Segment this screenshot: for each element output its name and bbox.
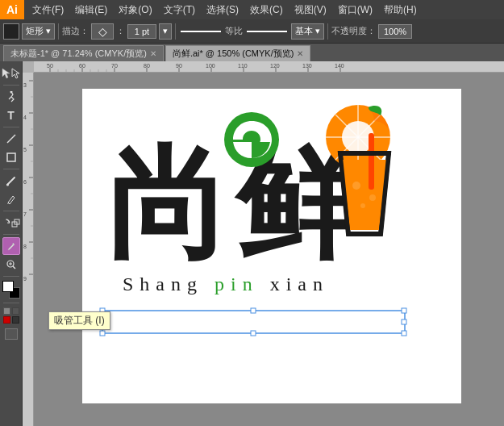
mode-icon-4[interactable]: [12, 316, 19, 324]
menu-select[interactable]: 选择(S): [202, 2, 244, 19]
tooltip-text: 吸管工具 (I): [54, 315, 105, 326]
sep3: [327, 23, 328, 40]
menu-view[interactable]: 视图(V): [289, 2, 331, 19]
shape-tool[interactable]: [2, 148, 20, 166]
svg-text:7: 7: [23, 211, 27, 217]
toolbar: 矩形 ▾ 描边： ◇ ： ▾ 等比 基本 ▾ 不透明度：: [0, 19, 504, 44]
shape-selector-group: 矩形 ▾: [3, 23, 55, 40]
mode-icon-1[interactable]: [3, 307, 10, 315]
svg-rect-11: [34, 61, 504, 73]
mode-row2: [3, 316, 19, 324]
pen-tool[interactable]: [2, 88, 20, 106]
tab-shangxian-close[interactable]: ✕: [297, 49, 303, 58]
svg-text:9: 9: [23, 276, 27, 282]
svg-text:120: 120: [270, 63, 280, 69]
color-swatches[interactable]: [2, 281, 20, 299]
tool-sep3: [3, 169, 19, 169]
svg-text:Shang pin xian: Shang pin xian: [123, 274, 329, 294]
menu-items: 文件(F) 编辑(E) 对象(O) 文字(T) 选择(S) 效果(C) 视图(V…: [24, 2, 425, 19]
menu-effect[interactable]: 效果(C): [245, 2, 288, 19]
svg-text:70: 70: [111, 63, 118, 69]
selection-tool[interactable]: [2, 65, 10, 82]
sep2: [175, 23, 176, 40]
sep1: [58, 23, 59, 40]
menu-object[interactable]: 对象(O): [114, 2, 156, 19]
mode-icon-2[interactable]: [12, 307, 19, 315]
menu-type[interactable]: 文字(T): [159, 2, 200, 19]
vertical-ruler: 3 4 5 6 7 8 9: [23, 73, 34, 426]
svg-rect-78: [402, 320, 406, 324]
tool-sep7: [3, 303, 19, 303]
snap-label: 描边：: [62, 25, 89, 37]
artboard: 尚 鲜: [82, 89, 461, 403]
svg-rect-38: [23, 73, 34, 426]
menu-edit[interactable]: 编辑(E): [70, 2, 112, 19]
zoom-tool[interactable]: [2, 256, 20, 274]
svg-point-69: [352, 182, 360, 190]
line-style-group: 等比 基本 ▾: [179, 23, 324, 40]
direct-selection-tool[interactable]: [11, 65, 20, 82]
stroke-style-line2: [247, 31, 287, 32]
svg-rect-81: [402, 331, 406, 336]
brush-tool[interactable]: [2, 172, 20, 190]
menu-window[interactable]: 窗口(W): [333, 2, 377, 19]
menu-file[interactable]: 文件(F): [27, 2, 69, 19]
foreground-color-swatch[interactable]: [2, 281, 14, 292]
tab-untitled[interactable]: 未标题-1* @ 71.24% (CMYK/预览) ✕: [3, 45, 164, 61]
rotate-group: [2, 214, 20, 232]
snap-icon[interactable]: ◇: [91, 23, 114, 40]
selection-tool-group: [2, 65, 20, 82]
svg-rect-68: [369, 133, 374, 190]
tool-sep5: [3, 234, 19, 235]
svg-point-3: [6, 183, 9, 186]
tab-untitled-close[interactable]: ✕: [150, 49, 156, 58]
ai-logo: Ai: [0, 0, 24, 19]
opacity-input[interactable]: [378, 24, 412, 39]
pencil-tool[interactable]: [2, 190, 20, 208]
svg-text:90: 90: [176, 63, 182, 69]
horizontal-ruler: 50 60 70 80 90 100 110 120 130 140: [34, 61, 504, 73]
stroke-input[interactable]: [127, 24, 156, 39]
shape-color-box[interactable]: [3, 23, 19, 40]
tool-sep6: [3, 276, 19, 277]
tab-shangxian[interactable]: 尚鲜.ai* @ 150% (CMYK/预览) ✕: [165, 45, 311, 61]
eyedropper-tooltip: 吸管工具 (I): [48, 311, 110, 330]
view-label: 基本: [295, 25, 313, 37]
screen-mode-normal[interactable]: [5, 328, 18, 340]
line-tool[interactable]: [2, 130, 20, 148]
menu-bar: Ai 文件(F) 编辑(E) 对象(O) 文字(T) 选择(S) 效果(C) 视…: [0, 0, 504, 19]
type-tool[interactable]: T: [2, 106, 20, 124]
tab-untitled-label: 未标题-1* @ 71.24% (CMYK/预览): [10, 48, 147, 60]
scale-tool[interactable]: [11, 214, 20, 232]
rotate-tool[interactable]: [2, 214, 10, 232]
mode-group: [3, 307, 19, 324]
svg-text:100: 100: [206, 63, 215, 69]
left-toolbar: T: [0, 61, 23, 426]
svg-text:50: 50: [47, 63, 53, 69]
tab-shangxian-label: 尚鲜.ai* @ 150% (CMYK/预览): [173, 48, 294, 60]
svg-text:60: 60: [79, 63, 85, 69]
eyedropper-tool[interactable]: [2, 237, 20, 255]
svg-text:4: 4: [23, 115, 27, 120]
svg-point-71: [360, 203, 365, 208]
svg-rect-80: [251, 331, 256, 336]
stroke-dropdown[interactable]: ▾: [159, 23, 172, 40]
canvas-area[interactable]: 50 60 70 80 90 100 110 120 130 140: [23, 61, 504, 426]
menu-help[interactable]: 帮助(H): [379, 2, 422, 19]
svg-text:140: 140: [335, 63, 344, 69]
svg-line-1: [7, 135, 15, 143]
stroke-sep: ：: [116, 25, 125, 37]
opacity-label: 不透明度：: [331, 25, 376, 37]
tabs-bar: 未标题-1* @ 71.24% (CMYK/预览) ✕ 尚鲜.ai* @ 150…: [0, 44, 504, 61]
svg-rect-73: [102, 311, 405, 333]
shape-label: 矩形: [26, 25, 44, 37]
screen-mode-group: [5, 328, 18, 340]
view-dropdown[interactable]: 基本 ▾: [291, 23, 324, 40]
svg-text:5: 5: [23, 147, 27, 152]
canvas-content: 尚 鲜: [34, 73, 504, 426]
stroke-style-line: [181, 31, 221, 32]
mode-icon-3[interactable]: [3, 316, 10, 324]
svg-rect-75: [251, 308, 256, 313]
svg-text:6: 6: [23, 179, 27, 185]
shape-dropdown[interactable]: 矩形 ▾: [22, 23, 55, 40]
